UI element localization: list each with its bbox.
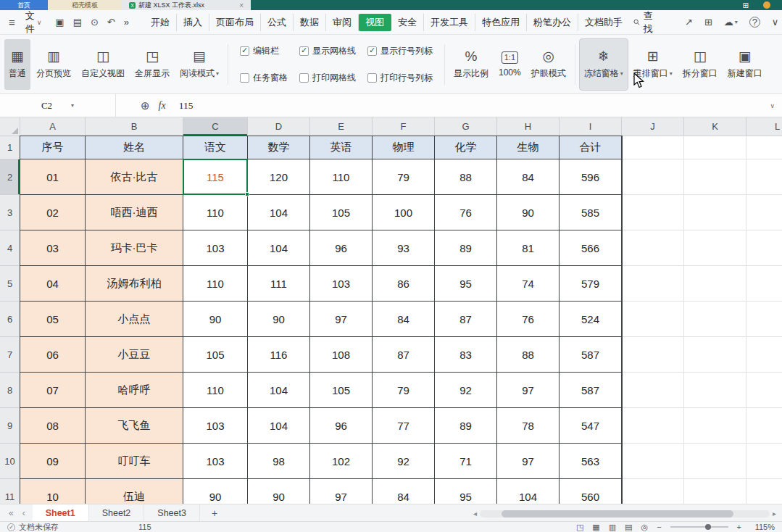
- cell-J5[interactable]: [622, 266, 684, 302]
- name-box-dropdown-icon[interactable]: ▾: [71, 102, 74, 109]
- more-commands-icon[interactable]: »: [122, 17, 131, 28]
- ribbon-button-zoom-scale[interactable]: % 显示比例: [449, 39, 493, 90]
- cell-E6[interactable]: 97: [310, 302, 373, 337]
- checkbox-show-headings[interactable]: 显示行号列标: [367, 39, 433, 63]
- cell-J4[interactable]: [622, 230, 684, 266]
- zoom-out-icon[interactable]: −: [657, 523, 661, 531]
- cell-A10[interactable]: 09: [20, 444, 86, 479]
- column-header-E[interactable]: E: [310, 117, 373, 136]
- tab-close-icon[interactable]: ×: [239, 1, 244, 9]
- ribbon-button-normal-view[interactable]: ▦ 普通: [4, 39, 30, 90]
- ribbon-button-eye-protect[interactable]: ◎ 护眼模式: [527, 39, 570, 90]
- cell-J2[interactable]: [622, 159, 684, 195]
- cell-H4[interactable]: 81: [497, 230, 560, 266]
- ribbon-button-new-window[interactable]: ▣ 新建窗口: [723, 39, 767, 90]
- cell-K11[interactable]: [684, 479, 746, 504]
- first-sheet-icon[interactable]: «: [9, 508, 14, 518]
- cell-H11[interactable]: 104: [497, 479, 560, 504]
- ribbon-button-full-screen[interactable]: ◳ 全屏显示: [130, 39, 174, 90]
- name-box[interactable]: C2 ▾: [0, 94, 116, 117]
- cell-G11[interactable]: 95: [435, 479, 497, 504]
- cell-C2[interactable]: 115: [183, 159, 248, 195]
- row-header-5[interactable]: 5: [0, 266, 20, 302]
- cell-K10[interactable]: [684, 444, 746, 479]
- cell-J10[interactable]: [622, 444, 684, 479]
- cell-F6[interactable]: 84: [373, 302, 435, 337]
- ribbon-button-arrange-windows[interactable]: ⊞ 重排窗口▾: [629, 39, 677, 90]
- cell-G9[interactable]: 89: [435, 408, 497, 444]
- cell-B4[interactable]: 玛卡·巴卡: [86, 230, 183, 266]
- cell-D5[interactable]: 111: [248, 266, 310, 302]
- column-header-F[interactable]: F: [373, 117, 435, 136]
- titlebar-tab-docer[interactable]: 稻壳模板: [48, 0, 122, 10]
- cell-A1[interactable]: 序号: [20, 136, 86, 159]
- cell-L10[interactable]: [746, 444, 782, 479]
- cell-C6[interactable]: 90: [183, 302, 248, 337]
- column-header-K[interactable]: K: [684, 117, 746, 136]
- cell-J11[interactable]: [622, 479, 684, 504]
- cell-I9[interactable]: 547: [560, 408, 622, 444]
- cell-H6[interactable]: 76: [497, 302, 560, 337]
- ribbon-button-split-window[interactable]: ◫ 拆分窗口: [678, 39, 722, 90]
- cell-D11[interactable]: 90: [248, 479, 310, 504]
- eye-protect-switch-icon[interactable]: ◎: [641, 523, 649, 532]
- cell-E8[interactable]: 105: [310, 373, 373, 408]
- cell-F10[interactable]: 92: [373, 444, 435, 479]
- ribbon-button-100-percent[interactable]: 1:1 100%: [494, 39, 525, 90]
- cell-K8[interactable]: [684, 373, 746, 408]
- cell-K4[interactable]: [684, 230, 746, 266]
- cell-H3[interactable]: 90: [497, 195, 560, 230]
- column-header-H[interactable]: H: [497, 117, 560, 136]
- cell-C1[interactable]: 语文: [183, 136, 248, 159]
- cell-H10[interactable]: 97: [497, 444, 560, 479]
- cell-F9[interactable]: 77: [373, 408, 435, 444]
- save-icon[interactable]: ▣: [53, 17, 66, 28]
- cell-B2[interactable]: 依古·比古: [86, 159, 183, 195]
- titlebar-tab-document[interactable]: X 新建 XLSX 工作表.xlsx ×: [122, 0, 251, 10]
- ribbon-button-freeze-panes[interactable]: ❄ 冻结窗格▾: [580, 39, 628, 90]
- cell-I7[interactable]: 587: [560, 337, 622, 373]
- column-header-J[interactable]: J: [622, 117, 684, 136]
- cell-A8[interactable]: 07: [20, 373, 86, 408]
- cell-E2[interactable]: 110: [310, 159, 373, 195]
- scrollbar-track[interactable]: [480, 510, 770, 518]
- cell-K5[interactable]: [684, 266, 746, 302]
- formula-bar-expand-icon[interactable]: ∨: [762, 102, 782, 109]
- cell-H5[interactable]: 74: [497, 266, 560, 302]
- cell-C10[interactable]: 103: [183, 444, 248, 479]
- row-header-3[interactable]: 3: [0, 195, 20, 230]
- tab-fenbi-office[interactable]: 粉笔办公: [527, 14, 578, 31]
- cell-B5[interactable]: 汤姆布利柏: [86, 266, 183, 302]
- cell-E11[interactable]: 97: [310, 479, 373, 504]
- cell-K9[interactable]: [684, 408, 746, 444]
- tab-formulas[interactable]: 公式: [261, 14, 294, 31]
- cell-J7[interactable]: [622, 337, 684, 373]
- help-icon[interactable]: ?: [749, 17, 760, 28]
- row-header-9[interactable]: 9: [0, 408, 20, 444]
- cell-G5[interactable]: 95: [435, 266, 497, 302]
- row-header-11[interactable]: 11: [0, 479, 20, 504]
- cell-J6[interactable]: [622, 302, 684, 337]
- tab-doc-assistant[interactable]: 文档助手: [578, 14, 629, 31]
- cell-L6[interactable]: [746, 302, 782, 337]
- cell-F5[interactable]: 86: [373, 266, 435, 302]
- cell-G1[interactable]: 化学: [435, 136, 497, 159]
- reading-view-switch-icon[interactable]: ▤: [625, 523, 632, 532]
- column-header-D[interactable]: D: [248, 117, 310, 136]
- cell-I8[interactable]: 587: [560, 373, 622, 408]
- cell-A3[interactable]: 02: [20, 195, 86, 230]
- cell-B3[interactable]: 唔西·迪西: [86, 195, 183, 230]
- search-button[interactable]: 查找: [633, 9, 656, 36]
- cell-B11[interactable]: 伍迪: [86, 479, 183, 504]
- cell-I11[interactable]: 560: [560, 479, 622, 504]
- cell-A4[interactable]: 03: [20, 230, 86, 266]
- row-header-1[interactable]: 1: [0, 136, 20, 159]
- cell-H2[interactable]: 84: [497, 159, 560, 195]
- cell-E3[interactable]: 105: [310, 195, 373, 230]
- fx-button[interactable]: fx: [159, 100, 166, 112]
- cell-B8[interactable]: 哈呼呼: [86, 373, 183, 408]
- file-menu-button[interactable]: 文件 ∨: [22, 9, 45, 36]
- cell-G6[interactable]: 87: [435, 302, 497, 337]
- cell-K1[interactable]: [684, 136, 746, 159]
- cell-B1[interactable]: 姓名: [86, 136, 183, 159]
